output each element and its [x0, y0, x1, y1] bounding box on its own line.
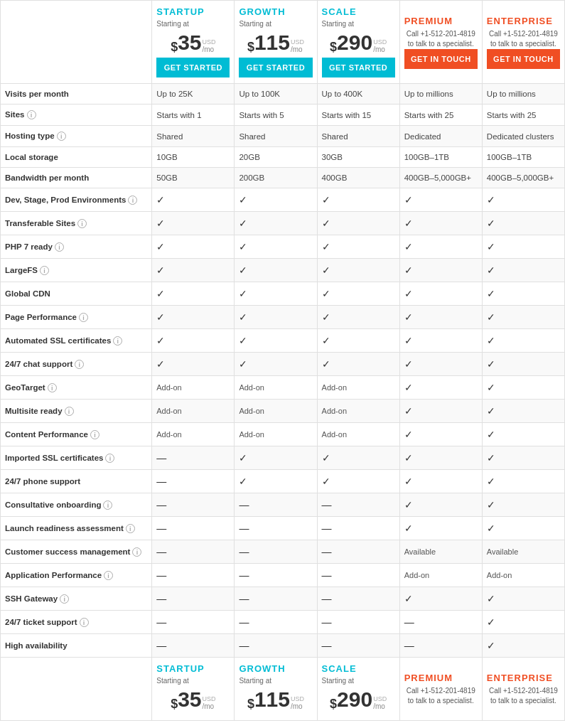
info-icon[interactable]: i: [126, 524, 135, 533]
price-dollar-sign: $: [330, 40, 337, 55]
bottom-dollar-sign: $: [171, 697, 178, 712]
info-icon[interactable]: i: [128, 196, 137, 205]
feature-value-col: ✓: [235, 212, 317, 235]
dash-icon: —: [156, 616, 166, 628]
info-icon[interactable]: i: [105, 454, 114, 463]
feature-value-col: Starts with 5: [235, 105, 317, 126]
bottom-plan-name: ENTERPRISE: [487, 673, 560, 683]
header-row: STARTUP Starting at $ 35 USD/mo GET STAR…: [1, 1, 565, 84]
feature-value-col: ✓: [235, 235, 317, 259]
checkmark-icon: ✓: [239, 452, 247, 464]
feature-value-col: ✓: [235, 188, 317, 212]
checkmark-icon: ✓: [404, 382, 413, 393]
feature-value-col: —: [235, 587, 317, 611]
info-icon[interactable]: i: [80, 618, 89, 627]
info-icon[interactable]: i: [55, 242, 64, 252]
feature-value-col: —: [317, 493, 399, 517]
checkmark-icon: ✓: [404, 335, 413, 346]
feature-value-col: —: [235, 634, 317, 658]
info-icon[interactable]: i: [48, 383, 57, 392]
feature-value-col: Starts with 1: [152, 105, 235, 126]
checkmark-icon: ✓: [487, 194, 495, 205]
feature-row: Multisite readyi Add-onAdd-onAdd-on✓✓: [1, 400, 565, 423]
info-icon[interactable]: i: [104, 571, 113, 580]
feature-value-col: ✓: [482, 376, 564, 400]
cta-button-startup[interactable]: GET STARTED: [156, 58, 230, 77]
feature-value-col: ✓: [399, 282, 482, 306]
price-sub: USD/mo: [373, 38, 387, 53]
cta-button-growth[interactable]: GET STARTED: [239, 58, 312, 77]
price-block: $ 115 USD/mo: [239, 31, 312, 55]
info-icon[interactable]: i: [27, 110, 36, 119]
feature-row: GeoTargeti Add-onAdd-onAdd-on✓✓: [1, 376, 565, 400]
feature-value-col: ✓: [317, 470, 399, 493]
dash-icon: —: [156, 546, 166, 557]
checkmark-icon: ✓: [322, 241, 330, 252]
info-icon[interactable]: i: [79, 313, 88, 322]
feature-label: Global CDN: [1, 282, 152, 306]
info-icon[interactable]: i: [132, 547, 141, 557]
info-icon[interactable]: i: [57, 132, 66, 141]
price-sub: USD/mo: [203, 38, 216, 53]
feature-value-col: Starts with 25: [482, 105, 564, 126]
checkmark-icon: ✓: [487, 382, 495, 393]
bottom-plan-name: SCALE: [322, 663, 395, 674]
feature-value-col: ✓: [235, 259, 317, 282]
dash-icon: —: [322, 616, 332, 628]
checkmark-icon: ✓: [239, 288, 247, 299]
feature-value-col: ✓: [399, 212, 482, 235]
feature-label-text: 24/7 phone support: [5, 477, 80, 486]
cell-value: 10GB: [156, 153, 177, 161]
bottom-starting-at: Starting at: [156, 677, 230, 685]
feature-label: Consultative onboardingi: [1, 493, 152, 517]
feature-value-col: ✓: [152, 306, 235, 329]
cell-value: Starts with 5: [239, 111, 284, 119]
checkmark-icon: ✓: [322, 218, 330, 229]
dash-icon: —: [239, 499, 249, 510]
feature-value-col: ✓: [482, 329, 564, 353]
feature-label: Transferable Sitesi: [1, 212, 152, 235]
checkmark-icon: ✓: [487, 640, 495, 651]
checkmark-icon: ✓: [404, 288, 413, 299]
dash-icon: —: [239, 593, 249, 604]
feature-header-cell: [1, 1, 152, 84]
cta-button-enterprise[interactable]: GET IN TOUCH: [487, 49, 560, 69]
checkmark-icon: ✓: [404, 194, 413, 205]
feature-value-col: ✓: [482, 353, 564, 376]
addon-value: Add-on: [487, 571, 512, 579]
cell-value: Dedicated: [404, 132, 441, 141]
feature-value-col: Available: [482, 540, 564, 564]
cell-value: Starts with 25: [487, 111, 537, 119]
cta-button-premium[interactable]: GET IN TOUCH: [404, 49, 478, 69]
info-icon[interactable]: i: [75, 360, 84, 369]
checkmark-icon: ✓: [487, 264, 495, 276]
checkmark-icon: ✓: [404, 311, 413, 323]
info-icon[interactable]: i: [60, 594, 69, 604]
feature-label-text: 24/7 ticket support: [5, 618, 77, 626]
feature-value-col: ✓: [399, 446, 482, 470]
feature-value-col: —: [235, 564, 317, 587]
feature-value-col: 30GB: [317, 147, 399, 168]
info-icon[interactable]: i: [40, 266, 49, 275]
feature-value-col: Add-on: [152, 376, 235, 400]
cta-button-scale[interactable]: GET STARTED: [322, 58, 395, 77]
info-icon[interactable]: i: [113, 336, 122, 346]
cell-value: 50GB: [156, 173, 177, 182]
feature-value-col: ✓: [482, 235, 564, 259]
info-icon[interactable]: i: [103, 500, 112, 510]
checkmark-icon: ✓: [156, 311, 165, 323]
feature-value-col: ✓: [482, 423, 564, 446]
bottom-price-block: $ 35 USD/mo: [156, 687, 230, 712]
price-amount: 290: [337, 31, 372, 55]
checkmark-icon: ✓: [404, 593, 413, 604]
info-icon[interactable]: i: [90, 430, 99, 439]
feature-row: 24/7 chat supporti ✓✓✓✓✓: [1, 353, 565, 376]
info-icon[interactable]: i: [77, 219, 87, 228]
feature-value-col: —: [235, 493, 317, 517]
feature-value-col: ✓: [152, 212, 235, 235]
feature-label-text: Local storage: [5, 153, 58, 161]
feature-value-col: ✓: [317, 329, 399, 353]
dash-icon: —: [239, 523, 249, 534]
info-icon[interactable]: i: [65, 407, 74, 416]
feature-label: 24/7 phone support: [1, 470, 152, 493]
